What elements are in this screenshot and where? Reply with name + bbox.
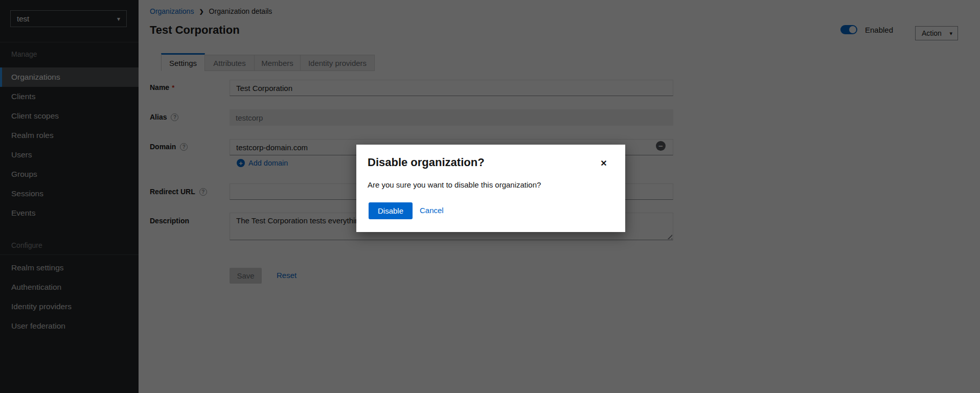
cancel-button[interactable]: Cancel (420, 206, 444, 215)
disable-organization-modal: Disable organization? ✕ Are you sure you… (356, 145, 625, 232)
disable-button[interactable]: Disable (369, 202, 413, 219)
modal-title: Disable organization? (368, 156, 485, 169)
modal-body-text: Are you sure you want to disable this or… (368, 180, 541, 189)
close-icon[interactable]: ✕ (598, 157, 610, 169)
keycloak-admin-console: test ▾ Manage Organizations Clients Clie… (0, 0, 980, 393)
